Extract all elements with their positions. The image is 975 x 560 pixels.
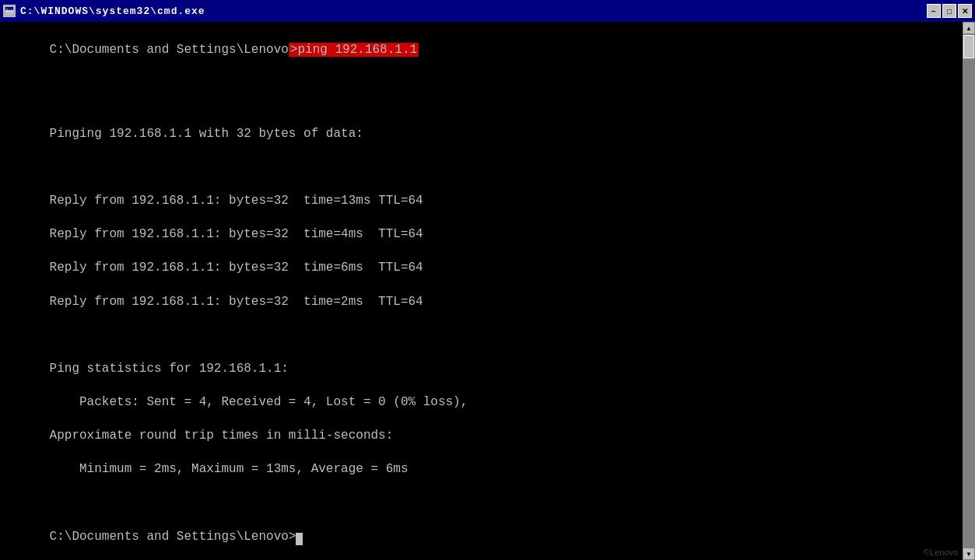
stats-header: Ping statistics for 192.168.1.1: — [50, 362, 289, 376]
reply-line-2: Reply from 192.168.1.1: bytes=32 time=4m… — [50, 227, 423, 241]
scrollbar[interactable]: ▲ ▼ — [963, 22, 975, 560]
blank-line-4 — [50, 496, 58, 510]
prompt-line-1: C:\Documents and Settings\Lenovo>ping 19… — [50, 43, 419, 57]
title-bar: C:\ C:\WINDOWS\system32\cmd.exe − □ ✕ — [0, 0, 975, 22]
blank-line-1 — [50, 93, 58, 107]
min-max-avg: Minimum = 2ms, Maximum = 13ms, Average =… — [50, 462, 409, 476]
minimize-button[interactable]: − — [927, 4, 941, 18]
prompt-text-1: C:\Documents and Settings\Lenovo — [50, 43, 289, 57]
command-text: >ping 192.168.1.1 — [289, 43, 419, 57]
close-button[interactable]: ✕ — [958, 4, 972, 18]
scroll-down-button[interactable]: ▼ — [963, 548, 975, 560]
scrollbar-track[interactable] — [963, 34, 975, 548]
blank-line-2 — [50, 160, 58, 174]
cursor — [296, 533, 303, 545]
prompt-line-2: C:\Documents and Settings\Lenovo> — [50, 530, 303, 544]
scrollbar-thumb[interactable] — [963, 35, 974, 58]
blank-line-3 — [50, 328, 58, 342]
terminal-body[interactable]: C:\Documents and Settings\Lenovo>ping 19… — [0, 22, 975, 560]
prompt-text-2: C:\Documents and Settings\Lenovo> — [50, 530, 296, 544]
stats-packets: Packets: Sent = 4, Received = 4, Lost = … — [50, 395, 468, 409]
title-bar-left: C:\ C:\WINDOWS\system32\cmd.exe — [3, 5, 205, 17]
reply-line-4: Reply from 192.168.1.1: bytes=32 time=2m… — [50, 295, 423, 309]
watermark: ©Lenovo — [924, 548, 958, 557]
cmd-window: C:\ C:\WINDOWS\system32\cmd.exe − □ ✕ C:… — [0, 0, 975, 560]
pinging-line: Pinging 192.168.1.1 with 32 bytes of dat… — [50, 127, 363, 141]
maximize-button[interactable]: □ — [942, 4, 956, 18]
svg-text:C:\: C:\ — [6, 8, 13, 12]
title-bar-buttons: − □ ✕ — [927, 4, 972, 18]
approx-line: Approximate round trip times in milli-se… — [50, 429, 394, 443]
window-icon: C:\ — [3, 5, 16, 17]
window-title: C:\WINDOWS\system32\cmd.exe — [20, 5, 205, 17]
reply-line-1: Reply from 192.168.1.1: bytes=32 time=13… — [50, 194, 423, 208]
reply-line-3: Reply from 192.168.1.1: bytes=32 time=6m… — [50, 261, 423, 275]
scroll-up-button[interactable]: ▲ — [963, 22, 975, 34]
terminal-output: C:\Documents and Settings\Lenovo>ping 19… — [5, 25, 970, 560]
